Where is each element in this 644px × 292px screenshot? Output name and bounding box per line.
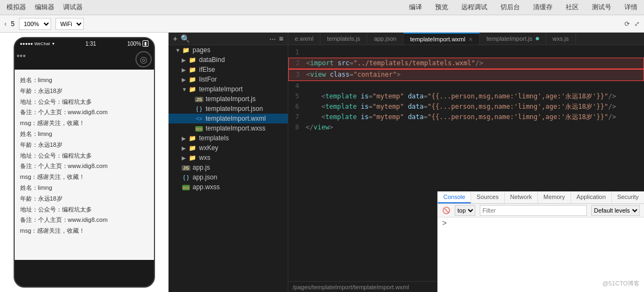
- contact-name-2: 姓名：limng: [20, 129, 148, 140]
- tree-more-icon[interactable]: ···: [269, 35, 276, 42]
- templateimport-arrow-icon: ▼: [182, 86, 188, 92]
- contact-age-3: 年龄：永远18岁: [20, 194, 148, 204]
- filter-input[interactable]: [480, 205, 587, 216]
- search-tree-icon[interactable]: 🔍: [181, 35, 190, 42]
- tree-folder-templatels[interactable]: ▶ 📁 templatels: [169, 133, 288, 143]
- line-num-5: 5: [288, 91, 306, 102]
- page-num: 5: [11, 20, 15, 28]
- appjson-label: app.json: [193, 173, 217, 181]
- menu-editor[interactable]: 编辑器: [33, 2, 57, 13]
- pages-folder-icon: 📁: [182, 47, 190, 54]
- tijs-icon: JS: [195, 96, 203, 102]
- tree-folder-ifelse[interactable]: ▶ 📁 ifElse: [169, 65, 288, 74]
- ifelse-arrow-icon: ▶: [182, 67, 188, 73]
- tree-folder-wxkey[interactable]: ▶ 📁 wxKey: [169, 143, 288, 153]
- tab-ewxml-label: e.wxml: [295, 35, 313, 42]
- tree-folder-wxs[interactable]: ▶ 📁 wxs: [169, 153, 288, 163]
- contact-age-1: 年龄：永远18岁: [20, 86, 148, 97]
- tijson-label: templateImport.json: [206, 105, 263, 113]
- rotate-icon[interactable]: ⟳: [624, 20, 630, 28]
- tree-file-templateimport-json[interactable]: { } templateImport.json: [169, 104, 288, 114]
- menu-community[interactable]: 社区: [564, 2, 581, 13]
- tree-file-templateimport-wxss[interactable]: wx templateImport.wxss: [169, 123, 288, 133]
- pages-folder-label: pages: [193, 46, 210, 54]
- tab-wxs-js[interactable]: wxs.js: [546, 33, 576, 45]
- tree-file-templateimport-wxml[interactable]: <> templateImport.wxml: [169, 114, 288, 123]
- tree-file-app-js[interactable]: JS app.js: [169, 163, 288, 172]
- zoom-select[interactable]: 100%: [19, 18, 51, 30]
- tiwxss-icon: wx: [195, 125, 203, 132]
- contact-msg-1: msg：感谢关注，收藏！: [20, 118, 148, 129]
- contact-msg-3: msg：感谢关注，收藏！: [20, 226, 148, 237]
- context-select[interactable]: top: [455, 205, 475, 216]
- tab-ewxml[interactable]: e.wxml: [288, 33, 320, 45]
- tree-toolbar: + 🔍 ··· ≡: [169, 33, 288, 45]
- top-menu-left: 模拟器 编辑器 调试器: [4, 2, 85, 13]
- devtools-tab-application-label: Application: [577, 194, 606, 200]
- tree-folder-databind[interactable]: ▶ 📁 dataBind: [169, 55, 288, 65]
- devtools-tab-bar: Console Sources Network Memory Applicati…: [438, 191, 644, 204]
- phone-time: 1:31: [85, 41, 96, 47]
- tree-file-templateimport-js[interactable]: JS templateImport.js: [169, 94, 288, 104]
- line-num-2: 2: [289, 58, 306, 69]
- contact-address-1: 地址：公众号：编程坑太多: [20, 97, 148, 108]
- tree-file-app-wxss[interactable]: wx app.wxss: [169, 182, 288, 192]
- expand-icon[interactable]: ⤢: [634, 20, 640, 28]
- tree-file-app-json[interactable]: { } app.json: [169, 172, 288, 182]
- line-num-7: 7: [288, 112, 306, 122]
- file-path: /pages/templateImport/templateImport.wxm…: [293, 284, 409, 290]
- tab-templatels-js[interactable]: templatels.js: [320, 33, 367, 45]
- menu-clear-cache[interactable]: 清缓存: [531, 2, 555, 13]
- tab-templateimport-js[interactable]: templateImport.js: [480, 33, 546, 45]
- contact-homepage-2: 备注：个人主页：www.idig8.com: [20, 161, 148, 172]
- tree-folder-templateimport[interactable]: ▼ 📁 templateImport: [169, 84, 288, 94]
- console-caret[interactable]: >: [438, 218, 644, 228]
- tiwxss-label: templateImport.wxss: [206, 125, 265, 132]
- code-line-7: 7 <template is="mytemp" data="{{...perso…: [288, 112, 644, 122]
- menu-remote-debug[interactable]: 远程调试: [459, 2, 490, 13]
- log-level-select[interactable]: Default levels: [591, 205, 640, 216]
- tree-folder-listfor[interactable]: ▶ 📁 listFor: [169, 74, 288, 84]
- clear-console-icon[interactable]: 🚫: [442, 207, 450, 214]
- code-line-4: 4: [288, 81, 644, 91]
- menu-background[interactable]: 切后台: [498, 2, 522, 13]
- devtools-console-toolbar: 🚫 top Default levels: [438, 204, 644, 218]
- add-file-icon[interactable]: +: [173, 35, 177, 42]
- right-panel: e.wxml templatels.js app.json templateIm…: [288, 33, 644, 292]
- devtools-tab-memory[interactable]: Memory: [538, 191, 571, 203]
- tree-folder-pages[interactable]: ▼ 📁 pages: [169, 45, 288, 55]
- templateimport-folder-icon: 📁: [188, 86, 197, 93]
- tijs-label: templateImport.js: [206, 95, 256, 103]
- devtools-tab-console[interactable]: Console: [438, 191, 471, 203]
- menu-test[interactable]: 测试号: [590, 2, 614, 13]
- contact-address-3: 地址：公众号：编程坑太多: [20, 204, 148, 215]
- menu-debugger[interactable]: 调试器: [61, 2, 85, 13]
- databind-folder-icon: 📁: [188, 57, 197, 64]
- databind-label: dataBind: [199, 56, 225, 64]
- phone-battery-pct: 100%: [127, 41, 141, 47]
- wxkey-label: wxKey: [199, 144, 218, 152]
- tree-collapse-icon[interactable]: ≡: [279, 35, 283, 42]
- code-line-3: 3 <view class="container">: [288, 69, 644, 80]
- line-num-3: 3: [289, 70, 306, 80]
- tab-app-json[interactable]: app.json: [367, 33, 404, 45]
- page-back[interactable]: ‹: [4, 20, 7, 28]
- devtools-tab-network[interactable]: Network: [505, 191, 538, 203]
- menu-preview[interactable]: 预览: [433, 2, 450, 13]
- network-select[interactable]: WiFi: [55, 18, 84, 30]
- menu-simulator[interactable]: 模拟器: [4, 2, 28, 13]
- tiwxml-icon: <>: [195, 115, 203, 122]
- menu-details[interactable]: 详情: [622, 2, 640, 13]
- code-line-8: 8 </view>: [288, 122, 644, 133]
- devtools-tab-security[interactable]: Security: [612, 191, 644, 203]
- menu-compile[interactable]: 编译: [407, 2, 424, 13]
- tab-templateimport-wxml[interactable]: templateImport.wxml ✕: [404, 33, 480, 45]
- tab-close-icon[interactable]: ✕: [468, 36, 473, 42]
- devtools-tab-console-label: Console: [443, 194, 465, 200]
- contact-address-2: 地址：公众号：编程坑太多: [20, 151, 148, 161]
- databind-arrow-icon: ▶: [182, 57, 188, 63]
- devtools-tab-application[interactable]: Application: [571, 191, 612, 203]
- appjs-icon: JS: [182, 164, 190, 171]
- devtools-panel: Console Sources Network Memory Applicati…: [437, 191, 644, 292]
- devtools-tab-sources[interactable]: Sources: [471, 191, 504, 203]
